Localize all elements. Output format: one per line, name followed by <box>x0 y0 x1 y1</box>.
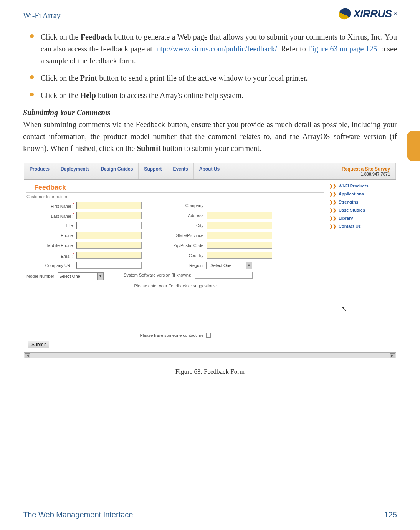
print-bold: Print <box>80 74 97 82</box>
chevron-right-icon: ❯❯ <box>329 224 336 229</box>
region-label: Region: <box>189 263 204 268</box>
figure-screenshot: Products Deployments Design Guides Suppo… <box>23 162 397 359</box>
feedback-bold: Feedback <box>81 33 112 41</box>
company-url-label: Company URL: <box>45 263 74 268</box>
nav-tab-about[interactable]: About Us <box>194 163 225 179</box>
state-input[interactable] <box>207 232 272 239</box>
bullet-item: Click on the Print button to send a prin… <box>23 72 397 84</box>
chevron-right-icon: ❯❯ <box>329 192 336 197</box>
zip-label: Zip/Postal Code: <box>174 243 205 248</box>
text: Click on the <box>41 74 80 82</box>
cta-phone: 1.800.947.7871 <box>231 172 390 176</box>
feedback-url-link[interactable]: http://www.xirrus.com/public/feedback/ <box>154 45 277 53</box>
title-label: Title: <box>65 223 74 228</box>
chevron-right-icon: ❯❯ <box>329 216 336 221</box>
bullet-icon <box>30 34 34 38</box>
nav-tab-deployments[interactable]: Deployments <box>55 163 95 179</box>
last-name-input[interactable] <box>76 212 142 219</box>
submit-button[interactable]: Submit <box>28 341 49 348</box>
sidebar-link-products[interactable]: Wi-Fi Products <box>339 184 369 189</box>
bullet-item: Click on the Help button to access the A… <box>23 89 397 101</box>
brand-logo: XIRRUS® <box>339 8 397 20</box>
chevron-right-icon: ❯❯ <box>329 208 336 213</box>
feedback-textarea[interactable] <box>41 290 309 330</box>
footer-page-number: 125 <box>384 510 397 519</box>
software-version-label: System Software version (if known): <box>124 273 191 278</box>
nav-tab-support[interactable]: Support <box>139 163 167 179</box>
horizontal-scrollbar[interactable]: ◄ ► <box>24 352 396 358</box>
sidebar-link-library[interactable]: Library <box>339 216 353 221</box>
section-body: When submitting comments via the Feedbac… <box>23 119 397 154</box>
mobile-input[interactable] <box>76 242 142 249</box>
submit-bold: Submit <box>137 144 160 152</box>
country-input[interactable] <box>207 252 272 259</box>
cta-text: Request a Site Survey <box>342 166 390 172</box>
chevron-right-icon: ❯❯ <box>329 200 336 205</box>
nav-tab-events[interactable]: Events <box>167 163 193 179</box>
model-number-select[interactable]: Select One▼ <box>58 272 104 280</box>
country-label: Country: <box>189 253 205 258</box>
last-name-label: Last Name:* <box>51 212 74 219</box>
nav-tabs: Products Deployments Design Guides Suppo… <box>24 163 396 180</box>
chevron-down-icon: ▼ <box>246 262 252 269</box>
text: button to access the Array's online help… <box>96 91 243 99</box>
section-heading: Submitting Your Comments <box>23 108 397 117</box>
text: Click on the <box>41 91 80 99</box>
first-name-label: First Name:* <box>51 202 74 209</box>
sidebar-link-strengths[interactable]: Strengths <box>339 200 358 205</box>
chevron-right-icon: ❯❯ <box>329 184 336 189</box>
nav-tab-cta[interactable]: Request a Site Survey 1.800.947.7871 <box>225 163 396 179</box>
phone-label: Phone: <box>61 233 74 238</box>
contact-me-checkbox[interactable] <box>206 333 211 338</box>
company-label: Company: <box>185 203 205 208</box>
text: Click on the <box>41 33 81 41</box>
nav-tab-design-guides[interactable]: Design Guides <box>95 163 139 179</box>
title-input[interactable] <box>76 222 142 229</box>
mobile-label: Mobile Phone: <box>47 243 74 248</box>
zip-input[interactable] <box>207 242 272 249</box>
cursor-icon: ↖ <box>341 305 347 313</box>
bullet-icon <box>30 75 34 79</box>
customer-info-label: Customer Information <box>26 194 324 201</box>
nav-tab-products[interactable]: Products <box>24 163 55 179</box>
help-bold: Help <box>80 91 96 99</box>
page-header-title: Wi-Fi Array <box>23 11 61 20</box>
chevron-down-icon: ▼ <box>97 273 103 280</box>
feedback-title: Feedback <box>26 182 324 193</box>
phone-input[interactable] <box>76 232 142 239</box>
figure-crossref-link[interactable]: Figure 63 on page 125 <box>308 45 377 53</box>
state-label: State/Province: <box>176 233 205 238</box>
sidebar-link-contact[interactable]: Contact Us <box>339 224 361 229</box>
contact-me-label: Please have someone contact me <box>140 333 204 338</box>
company-input[interactable] <box>207 202 272 209</box>
page-side-tab <box>407 131 420 161</box>
model-number-label: Model Number: <box>26 274 55 278</box>
bullet-icon <box>30 93 34 96</box>
text: button to send a print file of the activ… <box>97 74 308 82</box>
feedback-prompt: Please enter your Feedback or suggestion… <box>26 283 324 288</box>
logo-swirl-icon <box>337 7 353 21</box>
text: button to submit your comment. <box>160 144 261 152</box>
email-input[interactable] <box>76 252 142 259</box>
footer-section-title: The Web Management Interface <box>23 510 133 519</box>
address-label: Address: <box>188 213 205 218</box>
company-url-input[interactable] <box>76 262 142 269</box>
scroll-right-icon[interactable]: ► <box>390 353 395 358</box>
city-input[interactable] <box>207 222 272 229</box>
software-version-input[interactable] <box>195 272 253 279</box>
text: . Refer to <box>277 45 308 53</box>
sidebar-link-case-studies[interactable]: Case Studies <box>339 208 365 213</box>
city-label: City: <box>196 223 205 228</box>
region-value: --Select One-- <box>208 263 234 268</box>
region-select[interactable]: --Select One--▼ <box>206 262 252 269</box>
scroll-left-icon[interactable]: ◄ <box>25 353 30 358</box>
figure-caption: Figure 63. Feedback Form <box>23 368 397 376</box>
email-label: Email:* <box>61 252 74 258</box>
logo-text: XIRRUS <box>353 8 392 20</box>
first-name-input[interactable] <box>76 202 142 209</box>
bullet-item: Click on the Feedback button to generate… <box>23 31 397 67</box>
sidebar-link-applications[interactable]: Applications <box>339 192 364 197</box>
contact-me-line: Please have someone contact me <box>26 333 324 338</box>
address-input[interactable] <box>207 212 272 219</box>
logo-registered: ® <box>394 11 397 17</box>
